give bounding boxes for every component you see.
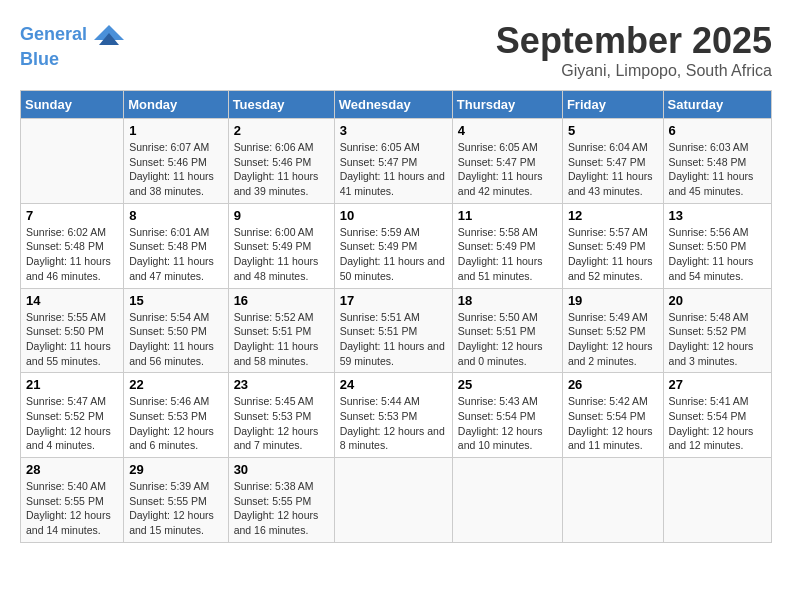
- day-number: 22: [129, 377, 222, 392]
- weekday-header-row: SundayMondayTuesdayWednesdayThursdayFrid…: [21, 91, 772, 119]
- cell-info: Sunrise: 5:45 AMSunset: 5:53 PMDaylight:…: [234, 394, 329, 453]
- weekday-header-saturday: Saturday: [663, 91, 771, 119]
- calendar-cell: 3 Sunrise: 6:05 AMSunset: 5:47 PMDayligh…: [334, 119, 452, 204]
- calendar-table: SundayMondayTuesdayWednesdayThursdayFrid…: [20, 90, 772, 543]
- calendar-cell: 7 Sunrise: 6:02 AMSunset: 5:48 PMDayligh…: [21, 203, 124, 288]
- calendar-cell: 2 Sunrise: 6:06 AMSunset: 5:46 PMDayligh…: [228, 119, 334, 204]
- cell-info: Sunrise: 5:56 AMSunset: 5:50 PMDaylight:…: [669, 225, 766, 284]
- day-number: 25: [458, 377, 557, 392]
- calendar-cell: [562, 458, 663, 543]
- calendar-cell: 20 Sunrise: 5:48 AMSunset: 5:52 PMDaylig…: [663, 288, 771, 373]
- calendar-cell: 11 Sunrise: 5:58 AMSunset: 5:49 PMDaylig…: [452, 203, 562, 288]
- calendar-cell: 17 Sunrise: 5:51 AMSunset: 5:51 PMDaylig…: [334, 288, 452, 373]
- day-number: 1: [129, 123, 222, 138]
- cell-info: Sunrise: 6:03 AMSunset: 5:48 PMDaylight:…: [669, 140, 766, 199]
- cell-info: Sunrise: 5:40 AMSunset: 5:55 PMDaylight:…: [26, 479, 118, 538]
- day-number: 5: [568, 123, 658, 138]
- month-title: September 2025: [496, 20, 772, 62]
- week-row-1: 1 Sunrise: 6:07 AMSunset: 5:46 PMDayligh…: [21, 119, 772, 204]
- calendar-cell: 19 Sunrise: 5:49 AMSunset: 5:52 PMDaylig…: [562, 288, 663, 373]
- day-number: 9: [234, 208, 329, 223]
- day-number: 19: [568, 293, 658, 308]
- day-number: 16: [234, 293, 329, 308]
- day-number: 12: [568, 208, 658, 223]
- cell-info: Sunrise: 6:05 AMSunset: 5:47 PMDaylight:…: [458, 140, 557, 199]
- page-header: General Blue September 2025 Giyani, Limp…: [20, 20, 772, 80]
- calendar-cell: 25 Sunrise: 5:43 AMSunset: 5:54 PMDaylig…: [452, 373, 562, 458]
- calendar-cell: 4 Sunrise: 6:05 AMSunset: 5:47 PMDayligh…: [452, 119, 562, 204]
- day-number: 23: [234, 377, 329, 392]
- cell-info: Sunrise: 6:06 AMSunset: 5:46 PMDaylight:…: [234, 140, 329, 199]
- weekday-header-sunday: Sunday: [21, 91, 124, 119]
- calendar-cell: 10 Sunrise: 5:59 AMSunset: 5:49 PMDaylig…: [334, 203, 452, 288]
- day-number: 7: [26, 208, 118, 223]
- calendar-cell: 15 Sunrise: 5:54 AMSunset: 5:50 PMDaylig…: [124, 288, 228, 373]
- cell-info: Sunrise: 5:55 AMSunset: 5:50 PMDaylight:…: [26, 310, 118, 369]
- cell-info: Sunrise: 6:01 AMSunset: 5:48 PMDaylight:…: [129, 225, 222, 284]
- week-row-3: 14 Sunrise: 5:55 AMSunset: 5:50 PMDaylig…: [21, 288, 772, 373]
- logo-text: General: [20, 20, 124, 50]
- calendar-cell: 12 Sunrise: 5:57 AMSunset: 5:49 PMDaylig…: [562, 203, 663, 288]
- day-number: 27: [669, 377, 766, 392]
- calendar-cell: 30 Sunrise: 5:38 AMSunset: 5:55 PMDaylig…: [228, 458, 334, 543]
- day-number: 26: [568, 377, 658, 392]
- logo: General Blue: [20, 20, 124, 70]
- day-number: 14: [26, 293, 118, 308]
- day-number: 21: [26, 377, 118, 392]
- cell-info: Sunrise: 5:59 AMSunset: 5:49 PMDaylight:…: [340, 225, 447, 284]
- calendar-cell: [452, 458, 562, 543]
- day-number: 3: [340, 123, 447, 138]
- cell-info: Sunrise: 5:50 AMSunset: 5:51 PMDaylight:…: [458, 310, 557, 369]
- cell-info: Sunrise: 5:42 AMSunset: 5:54 PMDaylight:…: [568, 394, 658, 453]
- calendar-cell: [334, 458, 452, 543]
- cell-info: Sunrise: 5:41 AMSunset: 5:54 PMDaylight:…: [669, 394, 766, 453]
- day-number: 4: [458, 123, 557, 138]
- cell-info: Sunrise: 5:49 AMSunset: 5:52 PMDaylight:…: [568, 310, 658, 369]
- calendar-cell: 14 Sunrise: 5:55 AMSunset: 5:50 PMDaylig…: [21, 288, 124, 373]
- cell-info: Sunrise: 5:47 AMSunset: 5:52 PMDaylight:…: [26, 394, 118, 453]
- weekday-header-thursday: Thursday: [452, 91, 562, 119]
- cell-info: Sunrise: 5:51 AMSunset: 5:51 PMDaylight:…: [340, 310, 447, 369]
- calendar-cell: 23 Sunrise: 5:45 AMSunset: 5:53 PMDaylig…: [228, 373, 334, 458]
- day-number: 8: [129, 208, 222, 223]
- cell-info: Sunrise: 6:05 AMSunset: 5:47 PMDaylight:…: [340, 140, 447, 199]
- weekday-header-wednesday: Wednesday: [334, 91, 452, 119]
- calendar-cell: 8 Sunrise: 6:01 AMSunset: 5:48 PMDayligh…: [124, 203, 228, 288]
- day-number: 2: [234, 123, 329, 138]
- day-number: 29: [129, 462, 222, 477]
- logo-text2: Blue: [20, 50, 124, 70]
- week-row-4: 21 Sunrise: 5:47 AMSunset: 5:52 PMDaylig…: [21, 373, 772, 458]
- day-number: 6: [669, 123, 766, 138]
- day-number: 17: [340, 293, 447, 308]
- calendar-cell: 5 Sunrise: 6:04 AMSunset: 5:47 PMDayligh…: [562, 119, 663, 204]
- cell-info: Sunrise: 6:07 AMSunset: 5:46 PMDaylight:…: [129, 140, 222, 199]
- weekday-header-monday: Monday: [124, 91, 228, 119]
- cell-info: Sunrise: 5:44 AMSunset: 5:53 PMDaylight:…: [340, 394, 447, 453]
- calendar-cell: 9 Sunrise: 6:00 AMSunset: 5:49 PMDayligh…: [228, 203, 334, 288]
- cell-info: Sunrise: 5:57 AMSunset: 5:49 PMDaylight:…: [568, 225, 658, 284]
- location-subtitle: Giyani, Limpopo, South Africa: [496, 62, 772, 80]
- day-number: 13: [669, 208, 766, 223]
- day-number: 30: [234, 462, 329, 477]
- cell-info: Sunrise: 5:46 AMSunset: 5:53 PMDaylight:…: [129, 394, 222, 453]
- weekday-header-tuesday: Tuesday: [228, 91, 334, 119]
- cell-info: Sunrise: 6:00 AMSunset: 5:49 PMDaylight:…: [234, 225, 329, 284]
- title-block: September 2025 Giyani, Limpopo, South Af…: [496, 20, 772, 80]
- cell-info: Sunrise: 5:38 AMSunset: 5:55 PMDaylight:…: [234, 479, 329, 538]
- calendar-cell: 22 Sunrise: 5:46 AMSunset: 5:53 PMDaylig…: [124, 373, 228, 458]
- calendar-cell: 13 Sunrise: 5:56 AMSunset: 5:50 PMDaylig…: [663, 203, 771, 288]
- cell-info: Sunrise: 5:48 AMSunset: 5:52 PMDaylight:…: [669, 310, 766, 369]
- calendar-cell: [21, 119, 124, 204]
- calendar-cell: 1 Sunrise: 6:07 AMSunset: 5:46 PMDayligh…: [124, 119, 228, 204]
- calendar-cell: 18 Sunrise: 5:50 AMSunset: 5:51 PMDaylig…: [452, 288, 562, 373]
- day-number: 10: [340, 208, 447, 223]
- weekday-header-friday: Friday: [562, 91, 663, 119]
- week-row-5: 28 Sunrise: 5:40 AMSunset: 5:55 PMDaylig…: [21, 458, 772, 543]
- cell-info: Sunrise: 5:43 AMSunset: 5:54 PMDaylight:…: [458, 394, 557, 453]
- calendar-cell: 24 Sunrise: 5:44 AMSunset: 5:53 PMDaylig…: [334, 373, 452, 458]
- day-number: 24: [340, 377, 447, 392]
- calendar-cell: 26 Sunrise: 5:42 AMSunset: 5:54 PMDaylig…: [562, 373, 663, 458]
- cell-info: Sunrise: 6:04 AMSunset: 5:47 PMDaylight:…: [568, 140, 658, 199]
- calendar-cell: 6 Sunrise: 6:03 AMSunset: 5:48 PMDayligh…: [663, 119, 771, 204]
- calendar-cell: 16 Sunrise: 5:52 AMSunset: 5:51 PMDaylig…: [228, 288, 334, 373]
